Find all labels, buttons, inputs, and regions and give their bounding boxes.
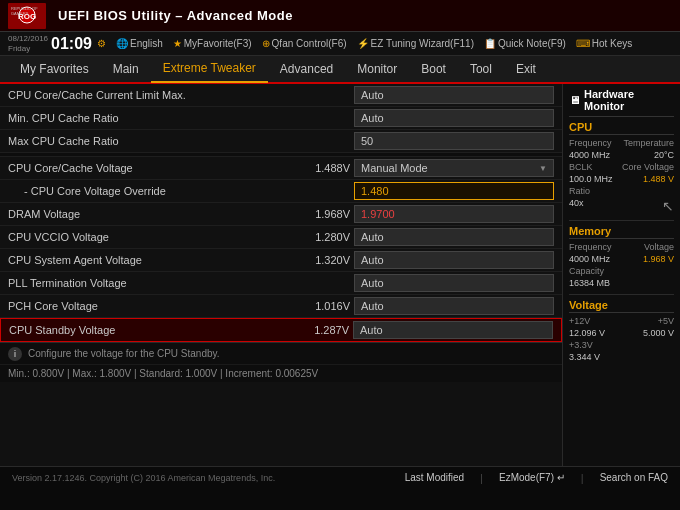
topbar-day: Friday (8, 44, 48, 54)
row-control[interactable]: Manual Mode ▼ (354, 159, 554, 177)
cpu-core-voltage-val: 1.488 V (643, 174, 674, 184)
value-box[interactable]: Auto (354, 297, 554, 315)
table-row: CPU System Agent Voltage 1.320V Auto (0, 249, 562, 272)
nav-boot[interactable]: Boot (409, 55, 458, 83)
row-value: 1.320V (294, 254, 354, 266)
memory-section: Memory Frequency Voltage 4000 MHz 1.968 … (569, 225, 674, 288)
mem-capacity-val-row: 16384 MB (569, 278, 674, 288)
table-row: PCH Core Voltage 1.016V Auto (0, 295, 562, 318)
nav-my-favorites[interactable]: My Favorites (8, 55, 101, 83)
value-box[interactable]: Auto (354, 228, 554, 246)
row-value: 1.016V (294, 300, 354, 312)
row-control[interactable]: Auto (354, 274, 554, 292)
sidebar-title: 🖥 Hardware Monitor (569, 88, 674, 117)
nav-monitor[interactable]: Monitor (345, 55, 409, 83)
mem-freq-val-row: 4000 MHz 1.968 V (569, 254, 674, 264)
topbar-date: 08/12/2016 (8, 34, 48, 44)
info-text: Configure the voltage for the CPU Standb… (28, 348, 220, 359)
row-label: CPU Standby Voltage (9, 324, 293, 336)
row-control[interactable]: Auto (354, 228, 554, 246)
cpu-freq-row: Frequency Temperature (569, 138, 674, 148)
v12-label: +12V (569, 316, 590, 326)
sidebar-divider-1 (569, 220, 674, 221)
row-control[interactable]: Auto (353, 321, 553, 339)
footer-version: Version 2.17.1246. Copyright (C) 2016 Am… (12, 473, 405, 483)
topbar-eztuning[interactable]: ⚡ EZ Tuning Wizard(F11) (357, 38, 474, 49)
value-box[interactable]: Auto (354, 274, 554, 292)
header: ROG REPUBLIC OF GAMERS UEFI BIOS Utility… (0, 0, 680, 32)
value-box[interactable]: Auto (354, 86, 554, 104)
row-control[interactable]: 1.480 (354, 182, 554, 200)
value-box-red[interactable]: 1.9700 (354, 205, 554, 223)
gear-icon[interactable]: ⚙ (97, 38, 106, 49)
topbar: 08/12/2016 Friday 01:09 ⚙ 🌐 English ★ My… (0, 32, 680, 56)
row-control[interactable]: 50 (354, 132, 554, 150)
nav-main[interactable]: Main (101, 55, 151, 83)
row-control[interactable]: Auto (354, 86, 554, 104)
mem-freq-label: Frequency (569, 242, 612, 252)
memory-section-title: Memory (569, 225, 674, 239)
table-row: Max CPU Cache Ratio 50 (0, 130, 562, 153)
mem-capacity-row: Capacity (569, 266, 674, 276)
footer: Version 2.17.1246. Copyright (C) 2016 Am… (0, 466, 680, 488)
voltage-section-title: Voltage (569, 299, 674, 313)
row-control[interactable]: 1.9700 (354, 205, 554, 223)
row-label: DRAM Voltage (8, 208, 294, 220)
sidebar-divider-2 (569, 294, 674, 295)
topbar-myfavorite[interactable]: ★ MyFavorite(F3) (173, 38, 252, 49)
cpu-bclk-val-row: 100.0 MHz 1.488 V (569, 174, 674, 184)
nav-tool[interactable]: Tool (458, 55, 504, 83)
info-icon: i (8, 347, 22, 361)
row-value: 1.488V (294, 162, 354, 174)
value-box[interactable]: Auto (354, 251, 554, 269)
value-box[interactable]: 50 (354, 132, 554, 150)
topbar-qfan[interactable]: ⊕ Qfan Control(F6) (262, 38, 347, 49)
topbar-quicknote[interactable]: 📋 Quick Note(F9) (484, 38, 566, 49)
row-value: 1.280V (294, 231, 354, 243)
v33-val: 3.344 V (569, 352, 600, 362)
cpu-freq-label: Frequency (569, 138, 612, 148)
row-control[interactable]: Auto (354, 251, 554, 269)
monitor-icon: 🖥 (569, 94, 580, 106)
last-modified-button[interactable]: Last Modified (405, 472, 464, 484)
table-row: PLL Termination Voltage Auto (0, 272, 562, 295)
value-box[interactable]: Auto (354, 109, 554, 127)
cpu-ratio-label: Ratio (569, 186, 590, 196)
topbar-time: 01:09 (51, 35, 92, 53)
svg-text:GAMERS: GAMERS (11, 11, 29, 16)
hardware-monitor-sidebar: 🖥 Hardware Monitor CPU Frequency Tempera… (562, 84, 680, 466)
topbar-hotkeys[interactable]: ⌨ Hot Keys (576, 38, 633, 49)
mem-voltage-label: Voltage (644, 242, 674, 252)
cpu-section-title: CPU (569, 121, 674, 135)
v12-row: +12V +5V (569, 316, 674, 326)
row-label: CPU Core/Cache Voltage (8, 162, 294, 174)
value-box-orange[interactable]: 1.480 (354, 182, 554, 200)
header-title: UEFI BIOS Utility – Advanced Mode (58, 8, 293, 23)
cpu-freq-val: 4000 MHz (569, 150, 610, 160)
table-row-highlighted: CPU Standby Voltage 1.287V Auto (0, 318, 562, 342)
row-value: 1.968V (294, 208, 354, 220)
cpu-bclk-row: BCLK Core Voltage (569, 162, 674, 172)
search-faq-button[interactable]: Search on FAQ (600, 472, 668, 484)
row-control[interactable]: Auto (354, 109, 554, 127)
cpu-freq-val-row: 4000 MHz 20°C (569, 150, 674, 160)
fan-icon: ⊕ (262, 38, 270, 49)
row-control[interactable]: Auto (354, 297, 554, 315)
cursor-icon: ↖ (662, 198, 674, 214)
select-box[interactable]: Manual Mode ▼ (354, 159, 554, 177)
table-row: Min. CPU Cache Ratio Auto (0, 107, 562, 130)
cpu-temp-val: 20°C (654, 150, 674, 160)
keyboard-icon: ⌨ (576, 38, 590, 49)
row-label: CPU Core/Cache Current Limit Max. (8, 89, 354, 101)
v12-val: 12.096 V (569, 328, 605, 338)
voltage-section: Voltage +12V +5V 12.096 V 5.000 V +3.3V … (569, 299, 674, 362)
row-label: Min. CPU Cache Ratio (8, 112, 354, 124)
footer-right: Last Modified | EzMode(F7) ↵ | Search on… (405, 472, 668, 484)
nav-advanced[interactable]: Advanced (268, 55, 345, 83)
nav-extreme-tweaker[interactable]: Extreme Tweaker (151, 55, 268, 83)
mem-freq-val: 4000 MHz (569, 254, 610, 264)
ez-mode-button[interactable]: EzMode(F7) ↵ (499, 472, 565, 484)
nav-exit[interactable]: Exit (504, 55, 548, 83)
value-box[interactable]: Auto (353, 321, 553, 339)
topbar-english[interactable]: 🌐 English (116, 38, 163, 49)
